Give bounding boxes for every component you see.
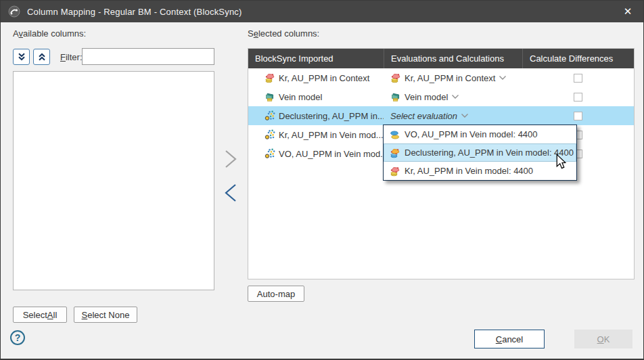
chevron-down-icon[interactable] (461, 113, 469, 118)
table-row[interactable]: Vein modelVein model (248, 87, 634, 106)
column-mapping-dialog: Column Mapping - Regular BM - Context (B… (0, 0, 644, 360)
select-none-button[interactable]: Select None (74, 307, 137, 323)
help-button[interactable]: ? (10, 330, 25, 345)
cell-calculate-differences (522, 93, 634, 102)
chevron-down-icon[interactable] (499, 75, 507, 81)
app-icon (8, 5, 20, 18)
dropdown-item-label: Declustering, AU_PPM in Vein model: 4400 (405, 148, 574, 158)
dropdown-item-label: Kr, AU_PPM in Vein model: 4400 (405, 166, 533, 176)
imported-label: Kr, AU_PPM in Context (279, 73, 369, 83)
cell-blocksync-imported: Vein model (248, 91, 384, 102)
table-row[interactable]: Kr, AU_PPM in ContextKr, AU_PPM in Conte… (248, 68, 634, 87)
dropdown-item[interactable]: Kr, AU_PPM in Vein model: 4400 (384, 162, 576, 180)
cell-evaluation: Kr, AU_PPM in Context (384, 72, 522, 83)
select-all-button[interactable]: Select All (13, 307, 67, 323)
cell-evaluation: Vein model (384, 91, 522, 102)
move-all-up-button[interactable] (33, 49, 50, 65)
dropdown-item[interactable]: Declustering, AU_PPM in Vein model: 4400 (384, 143, 576, 162)
header-calculate-differences: Calculate Differences (522, 49, 634, 68)
declustering-eval-icon (390, 148, 400, 158)
auto-map-button[interactable]: Auto-map (248, 286, 304, 302)
double-chevron-down-icon (17, 52, 26, 62)
double-chevron-up-icon (37, 52, 47, 62)
cell-evaluation: Select evaluation (384, 111, 522, 121)
header-blocksync-imported: BlockSync Imported (248, 49, 384, 68)
chevron-right-icon (223, 148, 239, 170)
window-title: Column Mapping - Regular BM - Context (B… (27, 7, 242, 17)
chevron-left-icon (223, 182, 239, 204)
titlebar[interactable]: Column Mapping - Regular BM - Context (B… (1, 1, 643, 22)
chevron-down-icon[interactable] (451, 94, 459, 99)
cell-calculate-differences (522, 112, 634, 120)
calculate-differences-checkbox[interactable] (574, 74, 582, 83)
help-icon: ? (15, 332, 21, 343)
declustering-icon (264, 148, 275, 159)
evaluation-dropdown-popup: VO, AU_PPM in Vein model: 4400Declusteri… (383, 125, 577, 181)
vein-model-icon (390, 91, 401, 102)
move-right-button[interactable] (223, 148, 239, 170)
evaluation-label: Vein model (405, 92, 448, 102)
cell-blocksync-imported: Kr, AU_PPM in Context (248, 72, 384, 83)
cell-blocksync-imported: Declustering, AU_PPM in... (248, 110, 384, 121)
vein-model-icon (264, 91, 275, 102)
imported-label: Vein model (279, 92, 322, 102)
cancel-button[interactable]: Cancel (474, 330, 545, 348)
close-icon: ✕ (624, 5, 632, 18)
close-button[interactable]: ✕ (612, 1, 643, 22)
evaluation-label: Select evaluation (390, 111, 457, 121)
ok-button[interactable]: OK (574, 330, 632, 348)
cell-blocksync-imported: Kr, AU_PPM in Vein mod... (248, 129, 384, 140)
available-columns-list[interactable] (13, 71, 214, 290)
table-row[interactable]: Declustering, AU_PPM in...Select evaluat… (248, 106, 634, 125)
move-all-down-button[interactable] (13, 49, 30, 65)
dropdown-item-label: VO, AU_PPM in Vein model: 4400 (405, 129, 538, 139)
filter-label: Filter: (60, 52, 83, 62)
values-icon (390, 129, 400, 140)
imported-label: Kr, AU_PPM in Vein mod... (279, 130, 384, 140)
dropdown-item[interactable]: VO, AU_PPM in Vein model: 4400 (384, 125, 576, 143)
move-left-button[interactable] (223, 182, 239, 204)
declustering-icon (264, 129, 275, 140)
kriging-icon (264, 72, 275, 83)
cell-blocksync-imported: VO, AU_PPM in Vein mod... (248, 148, 384, 159)
filter-input[interactable] (82, 48, 214, 65)
table-header: BlockSync Imported Evaluations and Calcu… (248, 49, 634, 68)
cell-calculate-differences (522, 74, 634, 83)
kriging-icon (390, 166, 400, 177)
kriging-icon (390, 72, 401, 83)
calculate-differences-checkbox[interactable] (574, 93, 582, 102)
evaluation-label: Kr, AU_PPM in Context (405, 73, 495, 83)
mouse-cursor (556, 154, 566, 170)
selected-columns-label: Selected columns: (248, 28, 319, 39)
available-columns-label: Available columns: (13, 28, 86, 39)
declustering-icon (264, 110, 275, 121)
imported-label: VO, AU_PPM in Vein mod... (279, 149, 384, 159)
calculate-differences-checkbox[interactable] (574, 112, 582, 120)
header-evaluations: Evaluations and Calculations (384, 49, 522, 68)
imported-label: Declustering, AU_PPM in... (279, 111, 384, 121)
